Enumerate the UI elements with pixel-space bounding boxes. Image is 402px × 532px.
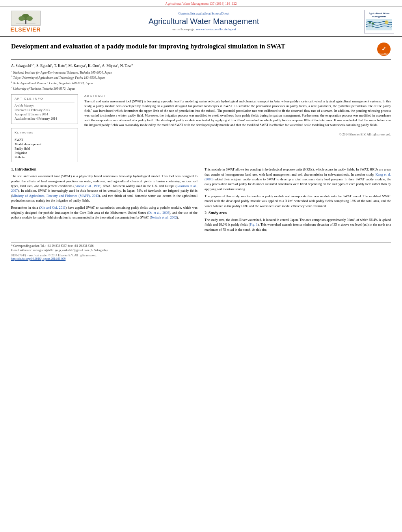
keyword-4: Irrigation: [15, 151, 74, 155]
two-col-info-abstract: ARTICLE INFO Article history: Received 1…: [11, 94, 391, 162]
section2-heading: 2. Study area: [205, 211, 391, 215]
svg-text:CrossMark: CrossMark: [379, 53, 389, 55]
received-date: Received 12 February 2013: [15, 108, 74, 112]
abstract-label: ABSTRACT: [84, 94, 391, 98]
main-content: Development and evaluation of a paddy mo…: [0, 37, 402, 238]
body-paragraph-1: The soil and water assessment tool (SWAT…: [11, 174, 197, 203]
homepage-link[interactable]: www.elsevier.com/locate/agwat: [196, 28, 236, 31]
authors-line: A. Sakaguchia,*, S. Eguchia, T. Katob, M…: [11, 63, 391, 68]
article-info-box: ARTICLE INFO Article history: Received 1…: [11, 94, 78, 124]
right-col-abstract: ABSTRACT The soil and water assessment t…: [84, 94, 391, 162]
header-center: Contents lists available at ScienceDirec…: [51, 12, 356, 31]
journal-citation: Agricultural Water Management 137 (2014)…: [165, 2, 236, 6]
svg-point-3: [19, 16, 25, 21]
body-two-col: 1. Introduction The soil and water asses…: [11, 167, 391, 234]
body-right: This module in SWAT allows for ponding i…: [205, 167, 391, 234]
article-title-section: Development and evaluation of a paddy mo…: [11, 42, 391, 60]
svg-point-4: [26, 16, 33, 21]
ref-maff[interactable]: Ministry of Agriculture, Forestry and Fi…: [12, 194, 99, 198]
affiliation-c: c Aichi Agricultural Research Center, Na…: [11, 80, 391, 85]
journal-title: Agricultural Water Management: [51, 17, 356, 26]
page: Agricultural Water Management 137 (2014)…: [0, 0, 402, 532]
awm-logo-wave: [366, 19, 392, 31]
ref-du[interactable]: Du et al., 2005: [148, 211, 169, 215]
article-history-label: Article history:: [15, 104, 74, 108]
accepted-date: Accepted 12 January 2014: [15, 113, 74, 116]
affiliation-b: b Tokyo University of Agriculture and Te…: [11, 75, 391, 80]
email-note: E-mail addresses: asakaguchi@affrc.go.jp…: [11, 248, 391, 252]
elsevier-tree-icon: [11, 11, 41, 26]
body-paragraph-2: Researchers in Asia (Xie and Cui, 2011) …: [11, 205, 197, 220]
crossmark-logo: ✓ CrossMark: [377, 42, 391, 56]
body-content: 1. Introduction The soil and water asses…: [11, 167, 391, 234]
abstract-paragraph: The soil and water assessment tool (SWAT…: [84, 99, 391, 127]
contents-label: Contents lists available at: [179, 12, 212, 15]
svg-text:✓: ✓: [382, 46, 386, 52]
and-text: and: [172, 211, 177, 215]
sciencedirect-text[interactable]: ScienceDirect: [212, 12, 229, 15]
ref-xie[interactable]: Xie and Cui, 2011: [40, 206, 65, 209]
affiliations: a National Institute for Agro-Environmen…: [11, 70, 391, 91]
keyword-5: Pothole: [15, 155, 74, 159]
affiliation-a: a National Institute for Agro-Environmen…: [11, 70, 391, 74]
body-paragraph-right-1: This module in SWAT allows for ponding i…: [205, 167, 391, 191]
ref-kang[interactable]: Kang et al. (2006): [205, 172, 391, 181]
svg-point-7: [385, 20, 388, 24]
body-left: 1. Introduction The soil and water asses…: [11, 167, 197, 234]
ref-gassman[interactable]: Gassman et al., 2007: [11, 184, 197, 193]
keywords-box: Keywords: SWAT Model development Paddy f…: [11, 128, 78, 162]
affiliation-d: d University of Tsukuba, Tsukuba 305-857…: [11, 86, 391, 91]
keyword-1: SWAT: [15, 138, 74, 142]
article-title: Development and evaluation of a paddy mo…: [11, 42, 373, 51]
body-paragraph-right-3: The study area, the Arata River watershe…: [205, 217, 391, 232]
svg-point-9: [369, 22, 371, 23]
sciencedirect-link[interactable]: Contents lists available at ScienceDirec…: [51, 12, 356, 15]
article-info-label: ARTICLE INFO: [15, 97, 74, 100]
ref-arnold[interactable]: Arnold et al., 1998: [74, 184, 100, 188]
keyword-2: Model development: [15, 142, 74, 146]
page-bottom: * Corresponding author. Tel.: +81 29 838…: [11, 242, 391, 261]
copyright-line: © 2014 Elsevier B.V. All rights reserved…: [84, 131, 391, 136]
ref-fig1[interactable]: Fig. 1: [250, 222, 258, 226]
homepage-label: journal homepage:: [171, 28, 196, 31]
info-divider: [15, 102, 74, 102]
journal-top-bar: Agricultural Water Management 137 (2014)…: [0, 0, 402, 7]
keywords-divider: [15, 136, 74, 136]
elsevier-text: ELSEVIER: [10, 26, 41, 33]
body-paragraph-right-2: The purpose of this study was to develop…: [205, 194, 391, 208]
journal-homepage: journal homepage: www.elsevier.com/locat…: [51, 28, 356, 31]
elsevier-logo: ELSEVIER: [8, 11, 43, 33]
svg-point-11: [372, 22, 374, 24]
awm-logo: Agricultural Water Management: [364, 10, 394, 33]
section1-heading: 1. Introduction: [11, 167, 197, 171]
header-area: ELSEVIER Contents lists available at Sci…: [0, 7, 402, 37]
keyword-3: Paddy field: [15, 146, 74, 150]
available-date: Available online 4 February 2014: [15, 117, 74, 120]
left-col: ARTICLE INFO Article history: Received 1…: [11, 94, 78, 162]
keywords-label: Keywords:: [15, 131, 74, 134]
abstract-section: ABSTRACT The soil and water assessment t…: [84, 94, 391, 136]
awm-logo-title: Agricultural Water Management: [366, 12, 392, 18]
issn-line: 0378-3774/$ – see front matter © 2014 El…: [11, 254, 391, 261]
doi-link[interactable]: http://dx.doi.org/10.1016/j.agwat.2014.0…: [11, 257, 65, 261]
ref-neitsch[interactable]: Neitsch et al., 2002: [151, 215, 177, 219]
corresponding-author-note: * Corresponding author. Tel.: +81 29 838…: [11, 244, 391, 248]
abstract-text: The soil and water assessment tool (SWAT…: [84, 99, 391, 127]
